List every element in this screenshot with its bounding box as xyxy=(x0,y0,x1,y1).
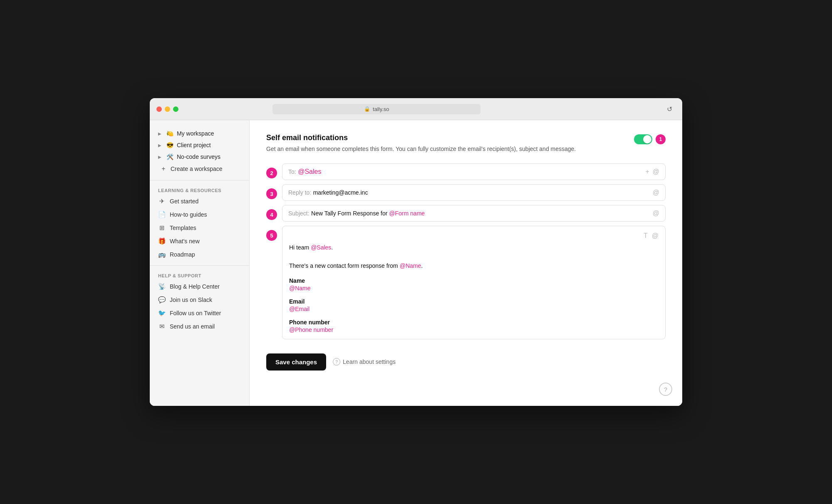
learn-about-settings-link[interactable]: ? Learn about settings xyxy=(333,358,396,366)
lock-icon: 🔒 xyxy=(364,106,370,112)
workspace-label: No-code surveys xyxy=(177,153,220,160)
subject-field[interactable]: Subject: New Tally Form Response for @Fo… xyxy=(282,205,666,222)
reload-button[interactable]: ↺ xyxy=(664,103,676,115)
workspace-list: ▶ 🍋 My workspace ▶ 😎 Client project ▶ 🛠️… xyxy=(150,127,249,176)
text-format-icon[interactable]: T xyxy=(644,232,648,240)
sidebar-item-roadmap[interactable]: 🚌 Roadmap xyxy=(150,248,249,261)
save-changes-button[interactable]: Save changes xyxy=(266,353,326,371)
traffic-lights xyxy=(156,106,178,112)
footer: Save changes ? Learn about settings xyxy=(266,343,666,371)
workspace-emoji: 🛠️ xyxy=(166,153,173,160)
nav-label: How-to guides xyxy=(170,211,207,218)
create-workspace-button[interactable]: + Create a workspace xyxy=(155,163,244,175)
subject-field-row: 4 Subject: New Tally Form Response for @… xyxy=(266,205,666,222)
step-5-badge: 5 xyxy=(266,230,277,241)
subject-value: New Tally Form Response for @Form name xyxy=(311,210,425,217)
nav-label: Send us an email xyxy=(170,323,215,330)
expand-arrow-icon: ▶ xyxy=(158,155,163,159)
sidebar-item-whats-new[interactable]: 🎁 What's new xyxy=(150,235,249,248)
message-line-1: Hi team @Sales. xyxy=(289,243,659,252)
sidebar-item-slack[interactable]: 💬 Join us on Slack xyxy=(150,293,249,306)
nav-label: Roadmap xyxy=(170,251,195,258)
workspace-label: Client project xyxy=(177,142,211,148)
at-icon[interactable]: @ xyxy=(653,168,659,175)
blog-icon: 📡 xyxy=(158,283,166,290)
subject-mention: @Form name xyxy=(389,210,425,217)
learning-section-label: LEARNING & RESOURCES xyxy=(150,185,249,195)
expand-arrow-icon: ▶ xyxy=(158,143,163,148)
to-field[interactable]: To: @Sales + @ xyxy=(282,163,666,180)
to-label: To: xyxy=(288,168,296,175)
at-mention-icon[interactable]: @ xyxy=(652,232,659,240)
roadmap-icon: 🚌 xyxy=(158,251,166,258)
email-field-label: Email xyxy=(289,298,659,305)
sidebar-item-email[interactable]: ✉ Send us an email xyxy=(150,320,249,333)
name-mention: @Name xyxy=(400,262,421,269)
sidebar-item-get-started[interactable]: ✈ Get started xyxy=(150,195,249,208)
nav-label: Templates xyxy=(170,225,196,231)
minimize-button[interactable] xyxy=(165,106,170,112)
subject-content: Subject: New Tally Form Response for @Fo… xyxy=(288,210,425,217)
page-description: Get an email when someone completes this… xyxy=(266,145,576,153)
help-icon: ? xyxy=(664,386,667,393)
guides-icon: 📄 xyxy=(158,211,166,218)
browser-chrome: 🔒 tally.so ↺ xyxy=(150,98,682,120)
phone-field-value: @Phone number xyxy=(289,326,659,333)
sidebar-item-blog[interactable]: 📡 Blog & Help Center xyxy=(150,280,249,293)
sales-mention: @Sales xyxy=(311,244,331,251)
reply-to-field[interactable]: Reply to: marketing@acme.inc @ xyxy=(282,184,666,201)
add-recipient-icon[interactable]: + xyxy=(645,168,649,175)
support-section-label: HELP & SUPPORT xyxy=(150,270,249,280)
message-body[interactable]: T @ Hi team @Sales. There's a new contac… xyxy=(282,226,666,339)
workspace-emoji: 😎 xyxy=(166,142,173,148)
message-field-row: 5 T @ Hi team @Sales. There's a new cont… xyxy=(266,226,666,339)
to-field-content: To: @Sales xyxy=(288,168,321,175)
maximize-button[interactable] xyxy=(173,106,178,112)
sidebar-item-no-code-surveys[interactable]: ▶ 🛠️ No-code surveys xyxy=(155,151,244,163)
reply-to-value: marketing@acme.inc xyxy=(313,189,368,196)
sidebar-item-my-workspace[interactable]: ▶ 🍋 My workspace xyxy=(155,128,244,139)
help-circle-icon: ? xyxy=(333,358,340,366)
to-field-icons: + @ xyxy=(645,168,659,175)
message-toolbar: T @ xyxy=(289,232,659,240)
help-button[interactable]: ? xyxy=(659,383,672,396)
whats-new-icon: 🎁 xyxy=(158,237,166,245)
get-started-icon: ✈ xyxy=(158,198,166,205)
main-content: Self email notifications Get an email wh… xyxy=(250,120,682,406)
notification-badge: 1 xyxy=(656,134,666,144)
to-value: @Sales xyxy=(298,168,321,175)
address-bar[interactable]: 🔒 tally.so xyxy=(272,104,480,114)
email-field-value: @Email xyxy=(289,306,659,312)
notifications-toggle[interactable] xyxy=(634,134,652,144)
workspace-label: My workspace xyxy=(177,130,214,137)
nav-label: Get started xyxy=(170,198,198,205)
sidebar-item-how-to-guides[interactable]: 📄 How-to guides xyxy=(150,208,249,221)
header-text: Self email notifications Get an email wh… xyxy=(266,133,576,153)
sidebar-divider-2 xyxy=(150,265,249,266)
nav-label: Follow us on Twitter xyxy=(170,310,221,316)
nav-label: Blog & Help Center xyxy=(170,283,220,290)
to-field-row: 2 To: @Sales + @ xyxy=(266,163,666,180)
create-workspace-label: Create a workspace xyxy=(171,166,223,172)
email-icon: ✉ xyxy=(158,323,166,330)
toggle-area: 1 xyxy=(634,134,666,144)
sidebar-item-client-project[interactable]: ▶ 😎 Client project xyxy=(155,139,244,151)
nav-label: What's new xyxy=(170,238,200,245)
name-field-label: Name xyxy=(289,277,659,284)
sidebar-divider xyxy=(150,180,249,180)
phone-field-label: Phone number xyxy=(289,319,659,326)
nav-label: Join us on Slack xyxy=(170,296,212,303)
subject-icons: @ xyxy=(653,210,659,217)
slack-icon: 💬 xyxy=(158,296,166,304)
step-4-badge: 4 xyxy=(266,209,277,220)
sidebar-item-twitter[interactable]: 🐦 Follow us on Twitter xyxy=(150,306,249,320)
sidebar-item-templates[interactable]: ⊞ Templates xyxy=(150,221,249,235)
browser-window: 🔒 tally.so ↺ ▶ 🍋 My workspace ▶ 😎 Client… xyxy=(150,98,682,406)
templates-icon: ⊞ xyxy=(158,224,166,232)
at-icon[interactable]: @ xyxy=(653,210,659,217)
page-title: Self email notifications xyxy=(266,133,576,142)
step-2-badge: 2 xyxy=(266,168,277,178)
close-button[interactable] xyxy=(156,106,162,112)
at-icon[interactable]: @ xyxy=(653,189,659,196)
workspace-emoji: 🍋 xyxy=(166,130,173,137)
